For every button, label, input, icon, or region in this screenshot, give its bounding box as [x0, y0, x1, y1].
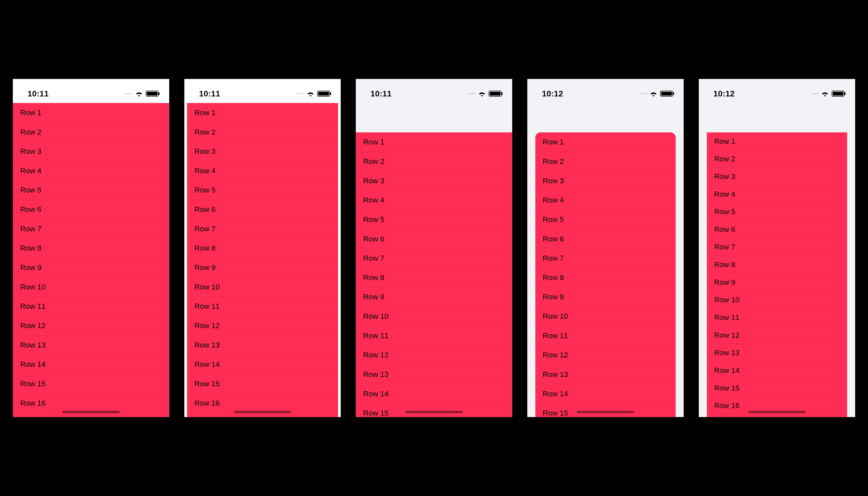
list-item[interactable]: Row 13	[356, 365, 512, 384]
list-item[interactable]: Row 14	[187, 355, 338, 374]
list-item[interactable]: Row 4	[535, 190, 675, 210]
list-item[interactable]: Row 9	[707, 273, 847, 291]
list-item[interactable]: Row 11	[187, 297, 338, 316]
list-item[interactable]: Row 13	[707, 344, 847, 361]
list-item[interactable]: Row 15	[13, 374, 169, 393]
list-item[interactable]: Row 15	[356, 403, 512, 417]
home-indicator[interactable]	[62, 411, 120, 413]
list-item[interactable]: Row 3	[535, 171, 675, 190]
list-item[interactable]: Row 16	[187, 393, 338, 413]
list-item[interactable]: Row 7	[356, 249, 512, 268]
list-item[interactable]: Row 6	[187, 200, 338, 219]
list[interactable]: Row 1 Row 2 Row 3 Row 4 Row 5 Row 6 Row …	[13, 103, 169, 417]
list-item[interactable]: Row 10	[13, 277, 169, 297]
list-item[interactable]: Row 2	[356, 152, 512, 171]
list-container[interactable]: Row 1 Row 2 Row 3 Row 4 Row 5 Row 6 Row …	[707, 132, 847, 417]
home-indicator[interactable]	[577, 411, 634, 413]
list-item[interactable]: Row 3	[707, 168, 847, 185]
list[interactable]: Row 1 Row 2 Row 3 Row 4 Row 5 Row 6 Row …	[535, 132, 675, 417]
list-item[interactable]: Row 14	[13, 355, 169, 374]
list-item[interactable]: Row 3	[187, 142, 338, 161]
list-item[interactable]: Row 13	[535, 365, 675, 384]
home-indicator[interactable]	[234, 411, 291, 413]
list-item[interactable]: Row 13	[13, 336, 169, 355]
list-item[interactable]: Row 2	[535, 152, 675, 171]
list-item[interactable]: Row 11	[13, 297, 169, 316]
wifi-icon	[135, 91, 143, 97]
list-item[interactable]: Row 5	[187, 180, 338, 200]
list-item[interactable]: Row 14	[707, 361, 847, 379]
list-item[interactable]: Row 8	[187, 238, 338, 258]
list-item[interactable]: Row 1	[187, 103, 338, 122]
list-item[interactable]: Row 7	[535, 249, 675, 268]
list-item[interactable]: Row 1	[13, 103, 169, 122]
list-item[interactable]: Row 6	[707, 220, 847, 238]
list-item[interactable]: Row 2	[187, 122, 338, 142]
list-item[interactable]: Row 4	[356, 190, 512, 210]
list-item[interactable]: Row 9	[187, 258, 338, 277]
list-item[interactable]: Row 8	[356, 268, 512, 288]
row-label: Row 3	[20, 147, 42, 156]
row-label: Row 13	[20, 341, 46, 349]
list-item[interactable]: Row 9	[13, 258, 169, 277]
list-item[interactable]: Row 11	[535, 326, 675, 345]
list-item[interactable]: Row 13	[187, 336, 338, 355]
list-item[interactable]: Row 6	[356, 229, 512, 249]
list-item[interactable]: Row 3	[13, 142, 169, 161]
list[interactable]: Row 1 Row 2 Row 3 Row 4 Row 5 Row 6 Row …	[187, 103, 338, 417]
row-label: Row 6	[194, 205, 215, 214]
list-item[interactable]: Row 10	[187, 277, 338, 297]
list-item[interactable]: Row 4	[13, 161, 169, 181]
list-item[interactable]: Row 5	[356, 210, 512, 229]
list-container[interactable]: Row 1 Row 2 Row 3 Row 4 Row 5 Row 6 Row …	[13, 103, 169, 417]
status-time: 10:11	[371, 89, 392, 98]
list-item[interactable]: Row 17	[707, 414, 847, 417]
list-item[interactable]: Row 15	[187, 374, 338, 393]
list-item[interactable]: Row 12	[13, 316, 169, 336]
list-item[interactable]: Row 12	[356, 345, 512, 365]
list-item[interactable]: Row 5	[13, 180, 169, 200]
list-item[interactable]: Row 1	[707, 132, 847, 150]
list-item[interactable]: Row 6	[13, 200, 169, 219]
list-item[interactable]: Row 4	[707, 185, 847, 203]
list-item[interactable]: Row 5	[707, 203, 847, 221]
list-item[interactable]: Row 10	[356, 307, 512, 326]
list-item[interactable]: Row 10	[707, 291, 847, 309]
row-label: Row 12	[714, 330, 739, 339]
list-item[interactable]: Row 2	[707, 150, 847, 168]
list-item[interactable]: Row 12	[535, 345, 675, 365]
list-item[interactable]: Row 11	[356, 326, 512, 345]
list-item[interactable]: Row 9	[535, 287, 675, 307]
list[interactable]: Row 1 Row 2 Row 3 Row 4 Row 5 Row 6 Row …	[707, 132, 847, 417]
list-item[interactable]: Row 15	[535, 403, 675, 417]
list-item[interactable]: Row 4	[187, 161, 338, 181]
list-item[interactable]: Row 7	[13, 219, 169, 239]
list-item[interactable]: Row 7	[707, 238, 847, 256]
list-item[interactable]: Row 6	[535, 229, 675, 249]
list[interactable]: Row 1 Row 2 Row 3 Row 4 Row 5 Row 6 Row …	[356, 132, 512, 417]
list-item[interactable]: Row 5	[535, 210, 675, 229]
list-item[interactable]: Row 10	[535, 307, 675, 326]
row-label: Row 11	[363, 331, 389, 340]
list-item[interactable]: Row 2	[13, 122, 169, 142]
list-item[interactable]: Row 16	[13, 393, 169, 413]
list-item[interactable]: Row 12	[187, 316, 338, 336]
list-item[interactable]: Row 15	[707, 379, 847, 397]
list-item[interactable]: Row 9	[356, 287, 512, 307]
home-indicator[interactable]	[405, 411, 463, 413]
list-item[interactable]: Row 1	[535, 132, 675, 152]
list-container[interactable]: Row 1 Row 2 Row 3 Row 4 Row 5 Row 6 Row …	[535, 132, 675, 417]
list-item[interactable]: Row 8	[535, 268, 675, 288]
list-item[interactable]: Row 11	[707, 309, 847, 326]
list-item[interactable]: Row 7	[187, 219, 338, 239]
list-item[interactable]: Row 12	[707, 326, 847, 344]
list-item[interactable]: Row 14	[356, 384, 512, 404]
list-item[interactable]: Row 3	[356, 171, 512, 190]
list-item[interactable]: Row 14	[535, 384, 675, 404]
home-indicator[interactable]	[748, 411, 806, 413]
list-container[interactable]: Row 1 Row 2 Row 3 Row 4 Row 5 Row 6 Row …	[187, 103, 338, 417]
list-container[interactable]: Row 1 Row 2 Row 3 Row 4 Row 5 Row 6 Row …	[356, 132, 512, 417]
list-item[interactable]: Row 8	[707, 256, 847, 274]
list-item[interactable]: Row 1	[356, 132, 512, 152]
list-item[interactable]: Row 8	[13, 238, 169, 258]
